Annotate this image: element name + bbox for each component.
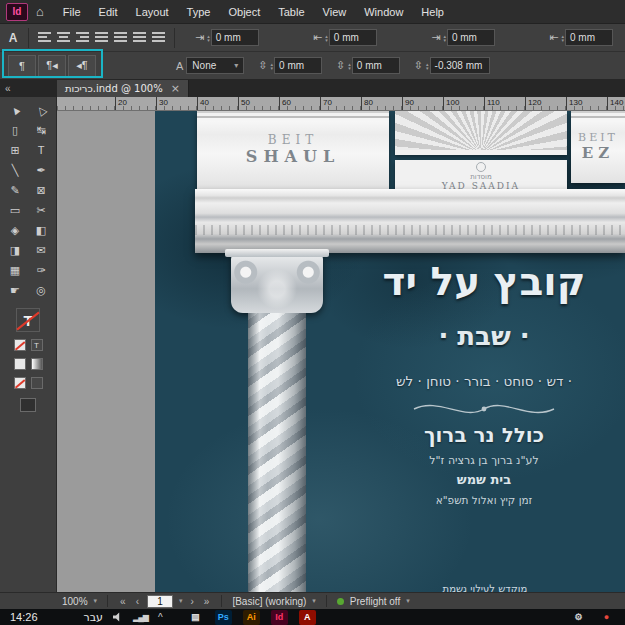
menu-item[interactable]: Help	[412, 3, 453, 21]
menu-item[interactable]: Object	[219, 3, 269, 21]
tool-icon: ⊠	[36, 184, 45, 197]
gradient-swatch-tool[interactable]: ◧	[28, 220, 54, 240]
tools-panel-collapse-icon[interactable]: «	[0, 80, 57, 97]
photoshop-app[interactable]: Ps	[215, 610, 232, 625]
notes-app[interactable]: ▤	[187, 610, 204, 625]
stepper-icon[interactable]: ▴▾	[271, 62, 274, 70]
rectangle-frame-tool[interactable]: ⊠	[28, 180, 54, 200]
selection-tool[interactable]: ▲	[2, 100, 28, 120]
menu-item[interactable]: Edit	[90, 3, 127, 21]
browser-app[interactable]: ●	[598, 610, 615, 625]
ruler-label: 140	[607, 97, 625, 110]
align-center-icon[interactable]	[57, 32, 70, 43]
line-tool[interactable]: ╲	[2, 160, 28, 180]
preflight-status-label[interactable]: Preflight off	[350, 596, 400, 607]
document-tab[interactable]: כריכות.indd @ 100% ×	[57, 80, 189, 97]
justify-left-icon[interactable]	[95, 32, 108, 43]
language-indicator[interactable]: עבר	[84, 611, 103, 624]
type-tool[interactable]: T	[28, 140, 54, 160]
menu-item[interactable]: Layout	[127, 3, 178, 21]
paragraph-direction-rtl-button[interactable]: ¶◂	[38, 55, 66, 77]
stepper-icon[interactable]: ▴▾	[325, 34, 328, 42]
fill-swatch[interactable]	[14, 339, 26, 351]
note-tool[interactable]: ✉	[28, 240, 54, 260]
zoom-tool[interactable]: ◎	[28, 280, 54, 300]
apply-none-button[interactable]	[14, 377, 26, 389]
gradient-feather-tool[interactable]: ◨	[2, 240, 28, 260]
acrobat-app[interactable]: A	[299, 610, 316, 625]
pencil-tool[interactable]: ✎	[2, 180, 28, 200]
indent-icon: ⇥	[431, 31, 440, 44]
character-formatting-icon[interactable]: A	[4, 31, 22, 45]
spacing-value-input[interactable]: 0 mm	[352, 57, 400, 74]
hand-tool[interactable]: ☛	[2, 280, 28, 300]
first-page-button[interactable]: «	[118, 596, 128, 607]
canvas-area[interactable]: 2030405060708090100110120130140 BEIT SHA…	[57, 97, 625, 592]
text-fill-none-proxy[interactable]: T	[16, 308, 40, 332]
menu-item[interactable]: Table	[269, 3, 313, 21]
page-number-input[interactable]: 1	[147, 595, 173, 608]
beit-ez-line2: EZ	[571, 144, 625, 162]
pen-tool[interactable]: ✒	[28, 160, 54, 180]
pasteboard[interactable]: BEIT SHAUL מוסדות YAD SAADIA BEIT EZ	[57, 111, 625, 592]
menu-item[interactable]: File	[54, 3, 90, 21]
justify-right-icon[interactable]	[133, 32, 146, 43]
align-right-icon[interactable]	[76, 32, 89, 43]
baseline-shift-input[interactable]: -0.308 mm	[430, 57, 490, 74]
stepper-icon[interactable]: ▴▾	[443, 34, 446, 42]
previous-page-button[interactable]: ‹	[134, 596, 141, 607]
justify-center-icon[interactable]	[114, 32, 127, 43]
indesign-app[interactable]: Id	[271, 610, 288, 625]
free-transform-tool[interactable]: ◈	[2, 220, 28, 240]
menu-item[interactable]: View	[314, 3, 356, 21]
indent-value-input[interactable]: 0 mm	[211, 29, 259, 46]
last-page-button[interactable]: »	[202, 596, 212, 607]
clock[interactable]: 14:26	[10, 611, 38, 623]
color-theme-tool[interactable]: ▦	[2, 260, 28, 280]
paragraph-direction-default-button[interactable]: ◂¶	[68, 55, 96, 77]
menu-item[interactable]: Type	[178, 3, 220, 21]
content-collector-tool[interactable]: ⊞	[2, 140, 28, 160]
direct-selection-tool[interactable]: △	[28, 100, 54, 120]
horizontal-ruler[interactable]: 2030405060708090100110120130140	[57, 97, 625, 111]
ruler-label: 80	[361, 97, 402, 110]
page-tool[interactable]: ▯	[2, 120, 28, 140]
rectangle-tool[interactable]: ▭	[2, 200, 28, 220]
justify-all-icon[interactable]	[152, 32, 165, 43]
eyedropper-tool[interactable]: ✑	[28, 260, 54, 280]
formatting-affects-text-button[interactable]: T	[31, 339, 43, 351]
zoom-level[interactable]: 100%	[62, 596, 88, 607]
illustrator-app[interactable]: Ai	[243, 610, 260, 625]
stepper-icon[interactable]: ▴▾	[561, 34, 564, 42]
settings-app[interactable]: ⚙	[570, 610, 587, 625]
control-panel-row2: ¶¶◂◂¶ A None ▾ ⇳ ▴▾ 0 mm ⇳ ▴▾ 0 mm	[0, 52, 625, 80]
preflight-profile[interactable]: [Basic] (working)	[232, 596, 306, 607]
stepper-icon[interactable]: ▴▾	[207, 34, 210, 42]
next-page-button[interactable]: ›	[189, 596, 196, 607]
volume-icon[interactable]	[113, 612, 123, 622]
indent-value-input[interactable]: 0 mm	[565, 29, 613, 46]
indent-value-input[interactable]: 0 mm	[447, 29, 495, 46]
chevron-down-icon: ▾	[234, 61, 238, 70]
close-icon[interactable]: ×	[171, 82, 180, 95]
formatting-affects-container-button[interactable]	[31, 377, 43, 389]
stepper-icon[interactable]: ▴▾	[348, 62, 351, 70]
stepper-icon[interactable]: ▴▾	[426, 62, 429, 70]
menu-item[interactable]: Window	[355, 3, 412, 21]
tray-expand-icon[interactable]: ^	[158, 612, 163, 623]
screen-mode-button[interactable]	[20, 398, 36, 412]
align-left-icon[interactable]	[38, 32, 51, 43]
apply-color-button[interactable]	[14, 358, 26, 370]
spacing-value-input[interactable]: 0 mm	[274, 57, 322, 74]
network-icon[interactable]: ▂▄▆	[133, 613, 148, 622]
paragraph-direction-ltr-button[interactable]: ¶	[8, 55, 36, 77]
document-page[interactable]: BEIT SHAUL מוסדות YAD SAADIA BEIT EZ	[155, 111, 625, 592]
gap-tool[interactable]: ↹	[28, 120, 54, 140]
drop-cap-style-dropdown[interactable]: None ▾	[186, 57, 244, 74]
apply-gradient-button[interactable]	[31, 358, 43, 370]
scissors-tool[interactable]: ✂	[28, 200, 54, 220]
indesign-logo-icon[interactable]: Id	[6, 3, 28, 21]
indent-value-input[interactable]: 0 mm	[329, 29, 377, 46]
home-icon[interactable]: ⌂	[36, 4, 44, 19]
indent-field: ⇤ ▴▾ 0 mm	[549, 29, 613, 46]
